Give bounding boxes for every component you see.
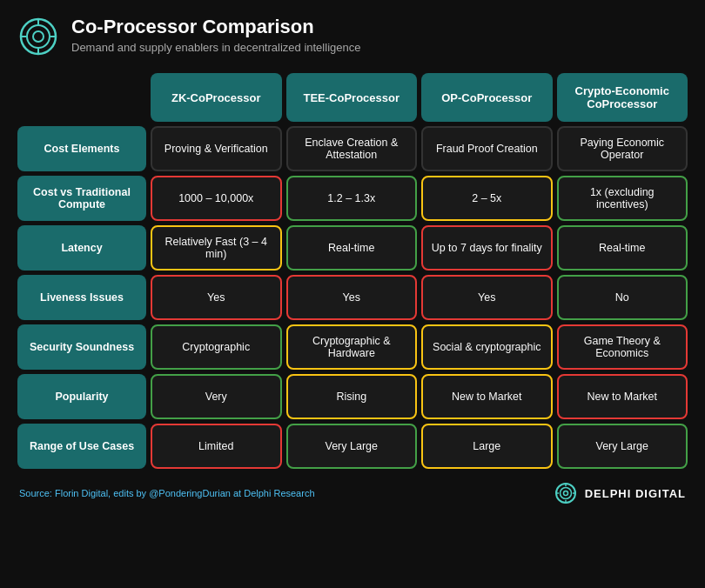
cell-r1-c3: 1x (excluding incentives) [557, 176, 688, 221]
cell-r2-c1: Real-time [286, 225, 418, 271]
col-header-zk: ZK-CoProcessor [151, 73, 282, 122]
table-grid: ZK-CoProcessorTEE-CoProcessorOP-CoProces… [17, 73, 688, 469]
brand-icon [554, 481, 578, 505]
cell-r4-c3: Game Theory & Economics [557, 324, 688, 370]
cell-r5-c3: New to Market [557, 374, 688, 419]
col-header-op: OP-CoProcessor [421, 73, 553, 122]
cell-r0-c1: Enclave Creation & Attestation [286, 126, 418, 171]
row-label-1: Cost vs Traditional Compute [17, 176, 146, 221]
cell-r4-c0: Cryptographic [151, 324, 282, 370]
cell-r3-c2: Yes [421, 275, 553, 320]
cell-r4-c1: Cryptographic & Hardware [286, 324, 418, 370]
svg-point-8 [560, 488, 571, 499]
cell-r3-c1: Yes [286, 275, 418, 320]
cell-r3-c0: Yes [151, 275, 282, 320]
source-link[interactable]: @PonderingDurian [149, 488, 231, 498]
cell-r6-c1: Very Large [286, 424, 418, 469]
logo-icon [17, 16, 59, 57]
cell-r3-c3: No [557, 275, 688, 320]
cell-r2-c2: Up to 7 days for finality [421, 225, 553, 271]
svg-point-2 [33, 31, 44, 42]
cell-r2-c0: Relatively Fast (3 – 4 min) [151, 225, 282, 271]
cell-r6-c3: Very Large [557, 424, 688, 469]
cell-r1-c2: 2 – 5x [421, 176, 553, 221]
svg-point-1 [27, 25, 50, 48]
cell-r2-c3: Real-time [557, 225, 688, 271]
page-title: Co-Processor Comparison [71, 16, 360, 38]
row-label-6: Range of Use Cases [17, 424, 146, 469]
row-label-5: Popularity [17, 374, 146, 419]
footer-source: Source: Florin Digital, edits by @Ponder… [19, 488, 315, 498]
cell-r1-c1: 1.2 – 1.3x [286, 176, 418, 221]
svg-point-9 [563, 491, 567, 496]
page-subtitle: Demand and supply enablers in decentrali… [71, 41, 360, 54]
header: Co-Processor Comparison Demand and suppl… [17, 16, 688, 57]
cell-r5-c0: Very [151, 374, 282, 419]
cell-r5-c1: Rising [286, 374, 418, 419]
header-text: Co-Processor Comparison Demand and suppl… [71, 16, 360, 54]
main-container: Co-Processor Comparison Demand and suppl… [0, 0, 705, 519]
cell-r1-c0: 1000 – 10,000x [151, 176, 282, 221]
brand: DELPHI DIGITAL [554, 481, 686, 505]
row-label-3: Liveness Issues [17, 275, 146, 320]
col-header-crypto: Crypto-Economic CoProcessor [557, 73, 688, 122]
cell-r5-c2: New to Market [421, 374, 553, 419]
svg-point-7 [556, 484, 575, 503]
cell-r0-c2: Fraud Proof Creation [421, 126, 553, 171]
cell-r4-c2: Social & cryptographic [421, 324, 553, 370]
col-header-tee: TEE-CoProcessor [286, 73, 418, 122]
brand-label: DELPHI DIGITAL [585, 487, 686, 500]
cell-r0-c3: Paying Economic Operator [557, 126, 688, 171]
empty-header [17, 73, 146, 122]
cell-r6-c2: Large [421, 424, 553, 469]
footer: Source: Florin Digital, edits by @Ponder… [17, 481, 688, 505]
row-label-0: Cost Elements [17, 126, 146, 171]
comparison-table: ZK-CoProcessorTEE-CoProcessorOP-CoProces… [17, 73, 688, 469]
row-label-2: Latency [17, 225, 146, 271]
cell-r6-c0: Limited [151, 424, 282, 469]
cell-r0-c0: Proving & Verification [151, 126, 282, 171]
row-label-4: Security Soundness [17, 324, 146, 370]
